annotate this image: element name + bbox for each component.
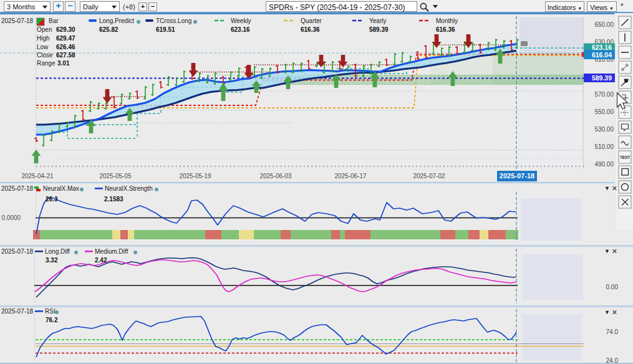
svg-text:629.47: 629.47 bbox=[56, 35, 75, 42]
svg-text:2.1583: 2.1583 bbox=[104, 196, 123, 203]
svg-text:619.51: 619.51 bbox=[156, 26, 175, 33]
svg-text:Low: Low bbox=[37, 44, 49, 50]
svg-text:530.00: 530.00 bbox=[594, 126, 614, 133]
svg-text:NeuralX.Strength: NeuralX.Strength bbox=[105, 185, 153, 192]
svg-text:570.00: 570.00 bbox=[594, 91, 614, 98]
svg-text:NeuralX.Max: NeuralX.Max bbox=[43, 185, 79, 192]
svg-text:3.32: 3.32 bbox=[46, 257, 58, 264]
svg-text:TEXT: TEXT bbox=[620, 155, 631, 160]
svg-text:26.3: 26.3 bbox=[46, 196, 58, 203]
svg-text:2025-06-17: 2025-06-17 bbox=[334, 173, 367, 180]
svg-text:▼: ▼ bbox=[604, 185, 610, 191]
svg-text:Range: Range bbox=[37, 60, 56, 67]
svg-text:2025-07-18: 2025-07-18 bbox=[500, 172, 534, 180]
svg-text:✕: ✕ bbox=[612, 247, 617, 255]
svg-text:Yearly: Yearly bbox=[369, 17, 386, 24]
svg-text:Long.Predict: Long.Predict bbox=[99, 17, 134, 24]
svg-text:RSI: RSI bbox=[45, 308, 56, 315]
svg-text:627.58: 627.58 bbox=[56, 52, 75, 59]
svg-text:623.16: 623.16 bbox=[592, 44, 612, 51]
svg-text:650.00: 650.00 bbox=[594, 21, 614, 28]
svg-text:589.39: 589.39 bbox=[369, 26, 389, 33]
svg-text:623.16: 623.16 bbox=[231, 26, 250, 33]
svg-text:Bar: Bar bbox=[49, 17, 59, 24]
svg-text:616.36: 616.36 bbox=[301, 26, 320, 33]
svg-text:2025-05-19: 2025-05-19 bbox=[179, 173, 211, 180]
svg-text:616.04: 616.04 bbox=[592, 51, 612, 59]
svg-text:2025-05-05: 2025-05-05 bbox=[99, 173, 132, 180]
svg-text:Quarter: Quarter bbox=[301, 17, 322, 24]
svg-text:Close: Close bbox=[37, 52, 53, 59]
svg-text:626.46: 626.46 bbox=[56, 44, 75, 50]
svg-text:High: High bbox=[37, 35, 50, 42]
svg-text:76.2: 76.2 bbox=[46, 317, 58, 323]
svg-text:2025-06-03: 2025-06-03 bbox=[259, 173, 292, 180]
svg-text:629.30: 629.30 bbox=[56, 26, 75, 33]
svg-text:Weekly: Weekly bbox=[231, 17, 251, 24]
svg-text:✕: ✕ bbox=[612, 309, 617, 316]
svg-text:0.00: 0.00 bbox=[606, 284, 619, 290]
svg-text:625.82: 625.82 bbox=[99, 26, 118, 33]
svg-text:▼: ▼ bbox=[604, 248, 610, 254]
svg-text:TCross.Long: TCross.Long bbox=[156, 17, 191, 24]
svg-text:2025-04-21: 2025-04-21 bbox=[21, 173, 54, 180]
svg-text:▼: ▼ bbox=[604, 309, 610, 315]
svg-text:0.0000: 0.0000 bbox=[1, 214, 21, 221]
svg-text:616.36: 616.36 bbox=[436, 26, 455, 33]
svg-text:3.01: 3.01 bbox=[57, 60, 70, 67]
svg-text:Long.Diff: Long.Diff bbox=[45, 248, 70, 255]
svg-text:2025-07-18: 2025-07-18 bbox=[1, 185, 34, 192]
svg-text:Medium.Diff: Medium.Diff bbox=[95, 248, 128, 255]
svg-text:2.42: 2.42 bbox=[95, 257, 107, 264]
svg-text:589.39: 589.39 bbox=[592, 74, 612, 82]
svg-text:Monthly: Monthly bbox=[436, 17, 458, 24]
svg-text:2025-07-02: 2025-07-02 bbox=[413, 173, 445, 180]
svg-text:490.00: 490.00 bbox=[594, 161, 614, 168]
svg-text:510.00: 510.00 bbox=[594, 143, 614, 150]
svg-text:Open: Open bbox=[37, 26, 52, 33]
svg-text:2025-07-18: 2025-07-18 bbox=[1, 248, 34, 255]
svg-text:2025-07-18: 2025-07-18 bbox=[1, 308, 34, 315]
svg-text:✕: ✕ bbox=[612, 184, 617, 192]
svg-text:2025-07-18: 2025-07-18 bbox=[1, 17, 34, 24]
svg-text:74.0: 74.0 bbox=[606, 328, 619, 335]
svg-text:550.00: 550.00 bbox=[594, 108, 614, 115]
